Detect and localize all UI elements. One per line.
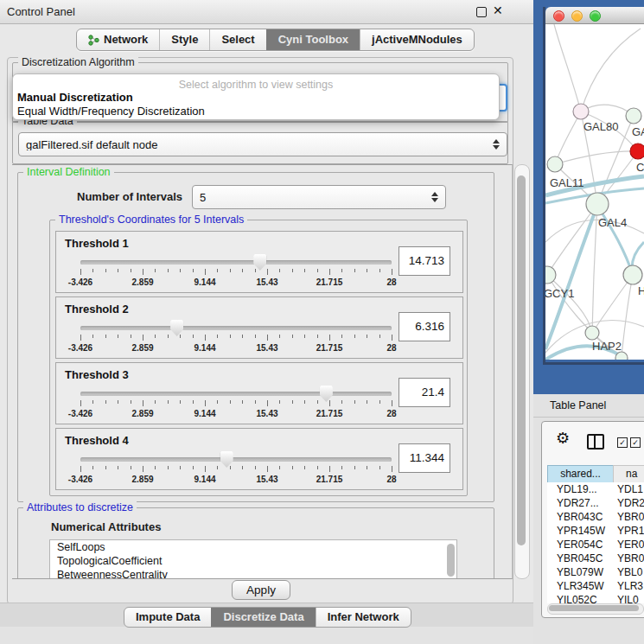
column-header-shared-name[interactable]: shared... (547, 465, 614, 483)
slider-handle[interactable] (220, 451, 233, 468)
network-graph: GAL80GACGAL11GAL4GCY1HHAP2 (545, 24, 644, 360)
table-row[interactable]: YER054CYER0 (547, 538, 644, 552)
gear-icon[interactable]: ⚙ (556, 429, 570, 448)
slider-tick (341, 335, 342, 338)
tab-cyni-toolbox[interactable]: Cyni Toolbox (266, 29, 360, 50)
table-panel-window: ⚙ ✓ ✓ shared... na YDL19...YDL1YDR27...Y… (541, 421, 644, 618)
popup-option[interactable]: Equal Width/Frequency Discretization (17, 105, 205, 118)
slider-track[interactable] (80, 457, 392, 462)
slider-tick (217, 400, 218, 404)
apply-button[interactable]: Apply (232, 580, 290, 600)
slider-tick-label: 2.859 (131, 475, 153, 484)
top-tab-bar: NetworkStyleSelectCyni ToolboxjActiveMNo… (76, 29, 475, 51)
numerical-attributes-label: Numerical Attributes (51, 520, 161, 533)
slider-tick (304, 269, 305, 272)
slider-tick-label: 28 (386, 277, 396, 287)
table-row[interactable]: YDR27...YDR2 (547, 496, 644, 510)
table-row[interactable]: YPR145WYPR1 (547, 524, 644, 538)
column-header-name[interactable]: na (613, 465, 644, 483)
network-node-label: GAL4 (598, 216, 627, 229)
interval-definition-label: Interval Definition (23, 166, 114, 178)
network-node-ga[interactable] (626, 108, 641, 124)
network-canvas[interactable]: GAL80GACGAL11GAL4GCY1HHAP2 (545, 24, 644, 360)
table-scrollbar-thumb[interactable] (549, 605, 639, 611)
slider-track[interactable] (80, 326, 392, 330)
table-data-combobox[interactable]: galFiltered.sif default node (18, 132, 507, 156)
mac-close-icon[interactable] (553, 10, 564, 22)
slider-tick (80, 466, 81, 472)
network-node-hap2[interactable] (585, 326, 599, 340)
table-row[interactable]: YLR345WYLR3 (547, 579, 644, 593)
slider-tick (155, 269, 156, 272)
table-row[interactable]: YIL052CYIL0 (547, 593, 644, 603)
threshold-value-field[interactable]: 14.713 (399, 246, 450, 276)
attribute-list-item[interactable]: SelfLoops (50, 540, 456, 554)
slider-tick (205, 400, 206, 406)
slider-tick (255, 400, 256, 404)
tab-jactivemnodules[interactable]: jActiveMNodules (360, 29, 474, 50)
threshold-label: Threshold 1 (65, 237, 129, 250)
slider-handle[interactable] (320, 386, 333, 402)
tab-select[interactable]: Select (209, 29, 265, 50)
network-node-h[interactable] (623, 265, 642, 284)
slider-tick (205, 269, 206, 275)
network-node-c[interactable] (630, 143, 644, 159)
network-node-gal11[interactable] (547, 156, 563, 172)
threshold-value-field[interactable]: 21.4 (399, 378, 450, 407)
panel-scrollbar-thumb[interactable] (517, 175, 526, 545)
slider-handle[interactable] (170, 320, 183, 336)
float-window-icon[interactable] (476, 7, 487, 17)
list-scrollbar[interactable] (447, 544, 455, 577)
slider-tick (292, 400, 293, 404)
tab-impute-data[interactable]: Impute Data (124, 608, 211, 627)
panel-scrollbar[interactable] (514, 164, 530, 579)
slider-tick (267, 466, 268, 472)
checkbox-icon[interactable]: ✓ (630, 437, 641, 448)
threshold-value-field[interactable]: 6.316 (399, 312, 450, 341)
slider-track[interactable] (80, 260, 392, 265)
slider-tick (193, 269, 194, 272)
popup-option[interactable]: Manual Discretization (17, 91, 133, 104)
slider-tick-label: 9.144 (194, 277, 215, 287)
numerical-attributes-list[interactable]: SelfLoopsTopologicalCoefficientBetweenne… (49, 539, 457, 579)
slider-tick-label: 21.715 (316, 475, 343, 484)
tab-discretize-data[interactable]: Discretize Data (211, 608, 315, 627)
attribute-list-item[interactable]: TopologicalCoefficient (50, 554, 456, 568)
attribute-list-item[interactable]: BetweennessCentrality (50, 568, 456, 579)
slider-tick (193, 466, 194, 469)
columns-icon[interactable] (587, 434, 604, 450)
tab-infer-network[interactable]: Infer Network (316, 608, 411, 627)
network-window-titlebar (545, 7, 644, 24)
slider-tick (92, 400, 93, 404)
discretization-algorithm-label: Discretization Algorithm (18, 56, 138, 68)
slider-tick (155, 400, 156, 404)
mac-minimize-icon[interactable] (571, 10, 583, 22)
threshold-value-field[interactable]: 11.344 (399, 443, 450, 473)
network-node-label: HAP2 (592, 340, 622, 353)
close-icon[interactable]: ✕ (493, 3, 503, 17)
table-row[interactable]: YDL19...YDL1 (547, 482, 644, 496)
table-body[interactable]: YDL19...YDL1YDR27...YDR2YBR043CYBR0YPR14… (547, 482, 644, 603)
checkbox-icon[interactable]: ✓ (617, 437, 628, 448)
slider-tick (131, 466, 131, 469)
network-node-gal80[interactable] (573, 104, 589, 119)
network-window: GAL80GACGAL11GAL4GCY1HHAP2 (543, 7, 644, 365)
slider-tick (131, 335, 131, 338)
network-node[interactable] (615, 352, 628, 360)
tab-style[interactable]: Style (159, 29, 209, 50)
combo-arrows-icon (493, 139, 500, 150)
window-title: Control Panel (7, 0, 75, 23)
table-row[interactable]: YBL079WYBL0 (547, 565, 644, 579)
mac-zoom-icon[interactable] (590, 10, 601, 22)
number-of-intervals-combobox[interactable]: 5 (192, 185, 446, 209)
table-row[interactable]: YBR045CYBR0 (547, 552, 644, 565)
slider-tick-label: 9.144 (194, 475, 215, 484)
table-row[interactable]: YBR043CYBR0 (547, 510, 644, 524)
slider-tick-label: 21.715 (316, 409, 343, 418)
slider-tick (329, 335, 330, 341)
table-horizontal-scrollbar[interactable] (547, 603, 644, 615)
slider-track[interactable] (80, 392, 392, 396)
tab-network[interactable]: Network (77, 29, 159, 50)
network-node-gal4[interactable] (586, 193, 609, 215)
slider-tick (304, 335, 305, 338)
